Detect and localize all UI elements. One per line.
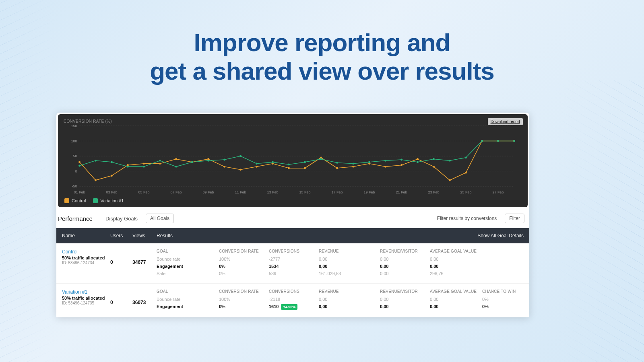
th-results: Results [157,233,477,239]
svg-text:23 Feb: 23 Feb [428,190,439,194]
legend-variation[interactable]: Variation #1 [93,198,124,203]
svg-text:150: 150 [71,124,77,128]
legend-swatch-variation [93,198,98,203]
filter-label: Filter results by conversions [437,216,497,221]
all-goals-button[interactable]: All Goals [146,214,174,223]
variant-name[interactable]: Variation #1 [62,289,110,295]
table-header: Name Users Views Results Show All Goal D… [56,228,529,243]
svg-point-63 [256,162,258,165]
svg-point-58 [175,166,177,168]
svg-point-78 [497,140,499,142]
results-grid: GOALBounce rateEngagement CONVERSION RAT… [157,289,524,312]
legend-swatch-control [64,198,69,203]
svg-point-64 [272,161,274,163]
svg-point-79 [513,140,515,142]
svg-text:27 Feb: 27 Feb [492,190,504,194]
table-row: Control 50% traffic allocated ID: 53496-… [56,243,529,284]
svg-text:03 Feb: 03 Feb [106,190,117,194]
svg-point-52 [78,165,80,167]
svg-point-75 [449,160,451,162]
svg-point-45 [417,158,419,160]
svg-point-48 [465,172,467,174]
svg-point-33 [223,166,225,168]
svg-point-44 [400,164,402,166]
svg-point-28 [143,162,145,165]
svg-point-35 [256,166,258,168]
svg-text:100: 100 [71,139,77,143]
svg-point-61 [223,159,225,161]
svg-point-24 [78,161,80,163]
svg-point-40 [336,167,338,169]
views-value: 36073 [132,289,157,312]
svg-point-71 [384,160,386,162]
svg-point-72 [400,159,402,161]
svg-point-41 [352,166,354,168]
legend-control[interactable]: Control [64,198,86,203]
svg-point-77 [481,140,483,142]
svg-point-76 [465,156,467,158]
svg-point-30 [175,158,177,160]
svg-point-43 [384,166,386,168]
svg-text:07 Feb: 07 Feb [170,190,182,194]
svg-text:17 Feb: 17 Feb [331,190,343,194]
svg-text:09 Feb: 09 Feb [202,190,214,194]
svg-text:0: 0 [75,169,77,173]
results-grid: GOALBounce rateEngagementSale CONVERSION… [157,249,524,278]
svg-text:-50: -50 [72,184,77,188]
variant-id: ID: 53496-124734 [62,261,110,265]
svg-point-53 [95,160,97,162]
svg-point-34 [239,169,242,171]
svg-point-46 [433,166,435,168]
svg-point-47 [449,179,451,181]
traffic-allocation: 50% traffic allocated [62,255,110,260]
users-value: 0 [110,289,132,312]
svg-point-62 [239,155,242,157]
line-chart: 150100500-50 01 Feb03 Feb05 Feb07 Feb09 … [64,123,522,196]
download-report-button[interactable]: Download report [488,118,523,125]
svg-text:50: 50 [73,154,77,158]
dashboard-panel: CONVERSION RATE (%) Download report 1501… [56,113,529,317]
views-value: 34677 [132,249,157,278]
filter-button[interactable]: Filter [505,214,524,223]
svg-point-55 [127,166,129,168]
svg-point-54 [111,161,113,163]
svg-text:19 Feb: 19 Feb [363,190,375,194]
svg-text:21 Feb: 21 Feb [396,190,407,194]
variant-id: ID: 53496-124735 [62,301,110,305]
svg-text:11 Feb: 11 Feb [235,190,246,194]
chart-title: CONVERSION RATE (%) [64,119,522,123]
chart-legend: Control Variation #1 [64,196,522,204]
variant-name[interactable]: Control [62,249,110,255]
svg-point-25 [95,179,97,181]
svg-point-74 [433,158,435,160]
svg-point-26 [111,175,113,177]
svg-text:13 Feb: 13 Feb [267,190,278,194]
performance-title: Performance [58,215,93,222]
svg-point-73 [417,161,419,163]
show-all-goal-details[interactable]: Show All Goal Details [477,233,524,239]
svg-point-66 [304,161,306,163]
svg-text:01 Feb: 01 Feb [74,190,85,194]
th-views: Views [132,233,157,239]
users-value: 0 [110,249,132,278]
table-row: Variation #1 50% traffic allocated ID: 5… [56,284,529,317]
display-goals-label: Display Goals [105,216,138,222]
svg-text:05 Feb: 05 Feb [138,190,149,194]
svg-point-59 [191,161,193,163]
svg-point-38 [304,167,306,169]
svg-text:25 Feb: 25 Feb [460,190,471,194]
performance-bar: Performance Display Goals All Goals Filt… [56,209,529,228]
svg-point-37 [288,167,290,169]
svg-point-60 [207,160,209,162]
hero-title: Improve reporting and get a shared view … [0,0,644,86]
svg-point-68 [336,162,338,164]
svg-point-56 [143,166,145,168]
svg-point-29 [159,162,161,165]
th-users: Users [110,233,132,239]
svg-point-65 [288,164,290,166]
svg-point-57 [159,160,161,162]
svg-point-69 [352,162,354,165]
traffic-allocation: 50% traffic allocated [62,296,110,300]
svg-point-70 [368,161,370,163]
th-name: Name [62,233,110,239]
